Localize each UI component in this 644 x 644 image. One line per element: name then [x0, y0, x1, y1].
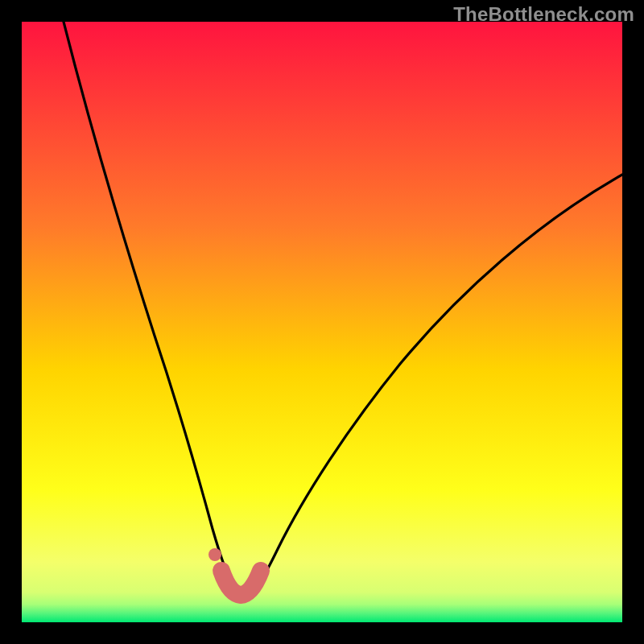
dot-marker: [208, 548, 221, 561]
chart-frame: [22, 22, 622, 622]
attribution-label: TheBottleneck.com: [453, 3, 634, 26]
bottleneck-plot: [22, 22, 622, 622]
gradient-background: [22, 22, 622, 622]
